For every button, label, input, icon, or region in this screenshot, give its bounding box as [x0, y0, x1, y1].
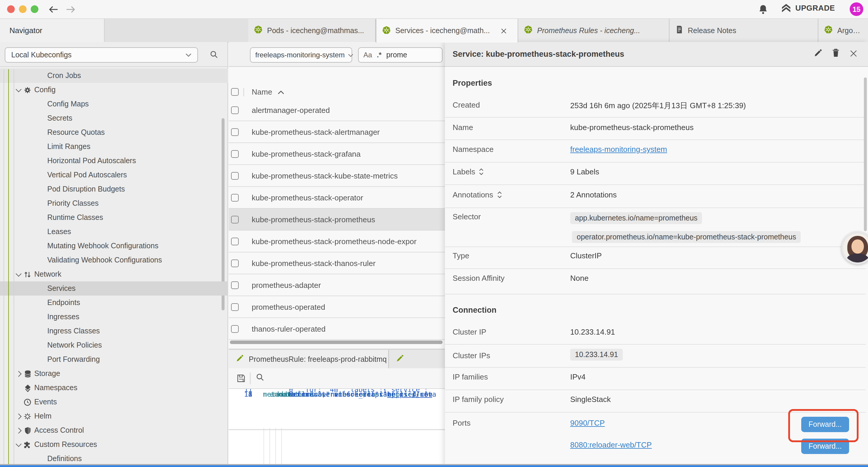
- table-row[interactable]: prometheus-adapter: [229, 274, 445, 296]
- maximize-window-button[interactable]: [31, 5, 38, 13]
- tree-expand-chevron-icon[interactable]: [28, 228, 35, 236]
- yaml-editor[interactable]: 3 metadata: 4 annotations: 5 kubectl.kub…: [229, 389, 445, 467]
- table-row[interactable]: thanos-ruler-operated: [229, 318, 445, 340]
- table-row[interactable]: alertmanager-operated: [229, 99, 445, 121]
- tree-expand-chevron-icon[interactable]: [28, 327, 35, 335]
- row-checkbox[interactable]: [231, 215, 239, 223]
- tree-expand-chevron-icon[interactable]: [28, 157, 35, 165]
- editor-tab-partial[interactable]: [390, 350, 445, 369]
- namespace-selector[interactable]: freeleaps-monitoring-system: [250, 47, 352, 63]
- tab-services[interactable]: Services - icecheng@math...: [376, 19, 518, 42]
- tree-expand-chevron-icon[interactable]: [28, 128, 35, 136]
- back-icon[interactable]: [49, 5, 59, 13]
- tree-expand-chevron-icon[interactable]: [15, 370, 23, 377]
- sidebar-tree-item[interactable]: Events: [0, 395, 228, 409]
- editor-search-icon[interactable]: [256, 373, 264, 384]
- column-header-name[interactable]: Name: [252, 87, 272, 96]
- tree-expand-chevron-icon[interactable]: [28, 171, 35, 179]
- sidebar-tree-item[interactable]: Port Forwarding: [0, 352, 228, 367]
- minimize-window-button[interactable]: [19, 5, 27, 13]
- tree-expand-chevron-icon[interactable]: [15, 427, 23, 434]
- notifications-bell-icon[interactable]: [759, 4, 768, 17]
- tree-expand-chevron-icon[interactable]: [15, 384, 23, 391]
- horizontal-scrollbar[interactable]: [230, 341, 442, 344]
- kubeconfig-selector[interactable]: Local Kubeconfigs: [5, 47, 198, 63]
- select-all-checkbox[interactable]: [231, 88, 239, 96]
- tree-expand-chevron-icon[interactable]: [28, 455, 35, 463]
- sidebar-tree-item[interactable]: Horizontal Pod Autoscalers: [0, 154, 228, 168]
- tree-expand-chevron-icon[interactable]: [28, 256, 35, 264]
- row-value[interactable]: 9 Labels: [570, 167, 599, 176]
- row-checkbox[interactable]: [231, 325, 239, 332]
- editor-tab-prometheusrule[interactable]: PrometheusRule: freeleaps-prod-rabbitmq: [229, 350, 389, 369]
- tree-expand-chevron-icon[interactable]: [28, 214, 35, 222]
- table-row[interactable]: kube-prometheus-stack-prometheus-node-ex…: [229, 231, 445, 253]
- sidebar-tree-item[interactable]: Limit Ranges: [0, 140, 228, 154]
- tree-expand-chevron-icon[interactable]: [15, 398, 23, 406]
- table-row[interactable]: kube-prometheus-stack-alertmanager: [229, 121, 445, 143]
- sidebar-tree-item[interactable]: Leases: [0, 225, 228, 239]
- sidebar-tree-item[interactable]: Secrets: [0, 111, 228, 125]
- row-checkbox[interactable]: [231, 259, 239, 267]
- sort-ascending-icon[interactable]: [277, 90, 284, 94]
- port-link[interactable]: 8080:reloader-web/TCP: [570, 440, 652, 449]
- sidebar-tree-item[interactable]: Pod Disruption Budgets: [0, 182, 228, 196]
- table-row[interactable]: prometheus-operated: [229, 296, 445, 318]
- drawer-scrollbar[interactable]: [864, 78, 867, 231]
- tab-pods[interactable]: Pods - icecheng@mathmas...: [248, 19, 376, 42]
- tree-expand-chevron-icon[interactable]: [28, 100, 35, 108]
- tab-argo[interactable]: Argo Se: [818, 19, 868, 42]
- sidebar-tree-item[interactable]: Access Control: [0, 423, 228, 437]
- sidebar-tree-item[interactable]: Validating Webhook Configurations: [0, 253, 228, 267]
- match-case-toggle[interactable]: Aa: [363, 51, 372, 59]
- row-checkbox[interactable]: [231, 281, 239, 289]
- tree-expand-chevron-icon[interactable]: [28, 356, 35, 363]
- tree-expand-chevron-icon[interactable]: [15, 441, 23, 448]
- edit-resource-icon[interactable]: [814, 49, 822, 59]
- close-tab-icon[interactable]: [500, 28, 507, 34]
- sidebar-tree-item[interactable]: Resource Quotas: [0, 125, 228, 140]
- sidebar-tree-item[interactable]: Priority Classes: [0, 196, 228, 210]
- sidebar-tree-item[interactable]: Namespaces: [0, 381, 228, 395]
- tree-expand-chevron-icon[interactable]: [28, 185, 35, 193]
- tree-expand-chevron-icon[interactable]: [28, 341, 35, 349]
- tree-expand-chevron-icon[interactable]: [28, 299, 35, 307]
- tree-expand-chevron-icon[interactable]: [28, 143, 35, 150]
- sidebar-tree-item[interactable]: Storage: [0, 367, 228, 381]
- row-checkbox[interactable]: [231, 194, 239, 201]
- row-checkbox[interactable]: [231, 172, 239, 179]
- tree-expand-chevron-icon[interactable]: [28, 285, 35, 292]
- sort-updown-icon[interactable]: [497, 191, 502, 199]
- notification-count-badge[interactable]: 15: [850, 2, 863, 16]
- namespace-link[interactable]: freeleaps-monitoring-system: [570, 145, 667, 154]
- tree-expand-chevron-icon[interactable]: [28, 72, 35, 80]
- table-row[interactable]: kube-prometheus-stack-grafana: [229, 143, 445, 165]
- forward-icon[interactable]: [66, 5, 75, 16]
- sidebar-tree-item[interactable]: Ingress Classes: [0, 324, 228, 338]
- filter-input[interactable]: [386, 51, 422, 59]
- sidebar-tree-item[interactable]: Config: [0, 83, 228, 97]
- sidebar-tree-item[interactable]: Ingresses: [0, 310, 228, 324]
- sidebar-tree-item[interactable]: Custom Resources: [0, 437, 228, 451]
- tab-prometheus-rules[interactable]: Prometheus Rules - icecheng...: [518, 19, 670, 42]
- tree-expand-chevron-icon[interactable]: [28, 242, 35, 250]
- regex-toggle[interactable]: .*: [377, 51, 381, 59]
- close-window-button[interactable]: [7, 5, 15, 13]
- sidebar-tree-item[interactable]: Definitions: [0, 451, 228, 466]
- sidebar-tree-item[interactable]: Services: [0, 282, 228, 296]
- delete-resource-icon[interactable]: [832, 49, 840, 60]
- row-checkbox[interactable]: [231, 303, 239, 311]
- close-drawer-icon[interactable]: [850, 49, 857, 59]
- search-icon[interactable]: [210, 50, 218, 61]
- sidebar-tree-item[interactable]: Config Maps: [0, 97, 228, 111]
- sidebar-tree-item[interactable]: Endpoints: [0, 296, 228, 310]
- table-row[interactable]: kube-prometheus-stack-kube-state-metrics: [229, 165, 445, 187]
- tree-expand-chevron-icon[interactable]: [28, 114, 35, 122]
- table-row[interactable]: kube-prometheus-stack-operator: [229, 187, 445, 209]
- sidebar-tree-item[interactable]: Helm: [0, 409, 228, 423]
- navigator-panel-tab[interactable]: Navigator: [0, 19, 104, 42]
- sidebar-tree-item[interactable]: Network: [0, 267, 228, 282]
- sort-updown-icon[interactable]: [479, 168, 484, 176]
- row-value[interactable]: 2 Annotations: [570, 191, 617, 199]
- row-checkbox[interactable]: [231, 106, 239, 114]
